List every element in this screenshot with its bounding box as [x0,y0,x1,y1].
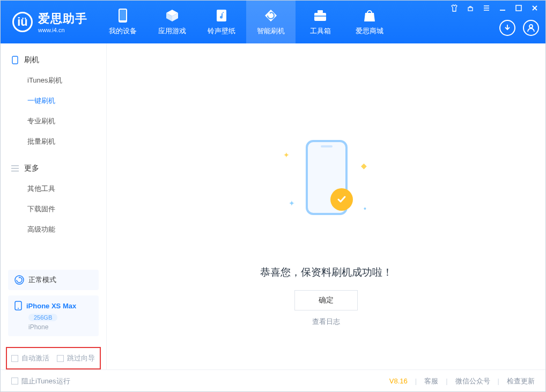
wechat-link[interactable]: 微信公众号 [455,376,490,386]
nav-label: 工具箱 [310,26,331,36]
nav-flash[interactable]: 智能刷机 [246,1,296,43]
svg-point-12 [18,308,19,309]
menu-icon[interactable] [482,4,491,12]
checkbox-label: 跳过向导 [67,353,95,363]
sidebar-item-download-firmware[interactable]: 下载固件 [1,199,106,219]
checkbox-icon [57,355,64,362]
svg-rect-6 [468,8,473,11]
maximize-icon[interactable] [514,4,523,12]
app-header: iü 爱思助手 www.i4.cn 我的设备 应用游戏 铃声壁纸 智能刷机 工具… [1,1,545,43]
nav-label: 爱思商城 [356,26,383,36]
section-title: 刷机 [24,55,39,65]
sparkle-icon: • [364,204,366,213]
sidebar-item-advanced[interactable]: 高级功能 [1,219,106,240]
svg-rect-7 [516,5,521,11]
sidebar-section-more: 更多 [1,158,106,179]
app-name: 爱思助手 [38,11,87,27]
music-icon [214,8,229,23]
checkbox-label: 自动激活 [21,353,49,363]
check-icon [330,188,353,211]
svg-point-8 [529,25,533,28]
device-block[interactable]: iPhone XS Max 256GB iPhone [8,295,99,336]
app-footer: 阻止iTunes运行 V8.16 | 客服 | 微信公众号 | 检查更新 [1,369,545,392]
update-link[interactable]: 检查更新 [507,376,535,386]
mode-label: 正常模式 [28,275,56,285]
nav-ringtones[interactable]: 铃声壁纸 [197,1,246,43]
bag-icon [362,8,377,23]
svg-rect-5 [314,16,326,17]
skip-guide-checkbox[interactable]: 跳过向导 [57,353,95,363]
success-illustration: ✦ ◆ ✦ • [267,140,385,226]
app-logo: iü 爱思助手 www.i4.cn [1,11,98,33]
sparkle-icon: ✦ [283,151,290,159]
user-button[interactable] [523,20,539,36]
sparkle-icon: ◆ [361,161,367,170]
sidebar-item-oneclick-flash[interactable]: 一键刷机 [1,91,106,111]
sidebar-item-other-tools[interactable]: 其他工具 [1,179,106,199]
nav-my-device[interactable]: 我的设备 [98,1,147,43]
sidebar-item-batch-flash[interactable]: 批量刷机 [1,131,106,152]
highlighted-options: 自动激活 跳过向导 [6,347,101,369]
svg-rect-3 [314,13,326,21]
close-icon[interactable] [530,4,539,12]
nav-label: 我的设备 [109,26,137,36]
briefcase-icon [313,8,328,23]
nav-toolbox[interactable]: 工具箱 [296,1,345,43]
svg-rect-4 [318,10,323,13]
nav-label: 应用游戏 [158,26,186,36]
window-controls [450,4,539,12]
svg-rect-1 [120,10,126,20]
shirt-icon[interactable] [450,4,459,12]
phone-small-icon [14,301,22,310]
section-title: 更多 [24,164,39,173]
sidebar: 刷机 iTunes刷机 一键刷机 专业刷机 批量刷机 更多 其他工具 下载固件 … [1,43,107,369]
confirm-button[interactable]: 确定 [294,290,358,310]
minimize-icon[interactable] [498,4,507,12]
nav-store[interactable]: 爱思商城 [345,1,394,43]
logo-icon: iü [12,12,33,32]
lock-icon[interactable] [466,4,475,12]
phone-icon [11,56,19,64]
auto-activate-checkbox[interactable]: 自动激活 [11,353,49,363]
cube-icon [165,8,180,23]
checkbox-icon [11,355,18,362]
nav-apps[interactable]: 应用游戏 [147,1,197,43]
main-content: ✦ ◆ ✦ • 恭喜您，保资料刷机成功啦！ 确定 查看日志 [107,43,545,369]
download-button[interactable] [499,20,515,36]
view-log-link[interactable]: 查看日志 [107,317,545,327]
svg-rect-9 [12,56,18,64]
block-itunes-checkbox[interactable]: 阻止iTunes运行 [11,376,70,386]
version-label: V8.16 [389,377,408,385]
sync-small-icon [14,275,24,285]
top-nav: 我的设备 应用游戏 铃声壁纸 智能刷机 工具箱 爱思商城 [98,1,394,43]
device-name: iPhone XS Max [26,302,76,310]
nav-label: 智能刷机 [257,26,285,36]
list-icon [11,165,19,172]
nav-label: 铃声壁纸 [208,26,235,36]
sidebar-section-flash: 刷机 [1,50,106,70]
success-message: 恭喜您，保资料刷机成功啦！ [107,265,545,279]
device-icon [115,8,130,23]
sparkle-icon: ✦ [289,199,295,208]
sidebar-item-itunes-flash[interactable]: iTunes刷机 [1,70,106,91]
app-url: www.i4.cn [38,27,87,33]
sync-icon [263,8,278,23]
mode-block[interactable]: 正常模式 [8,270,99,290]
storage-badge: 256GB [28,314,57,321]
checkbox-icon [11,378,18,384]
sidebar-item-pro-flash[interactable]: 专业刷机 [1,111,106,131]
checkbox-label: 阻止iTunes运行 [21,376,70,386]
support-link[interactable]: 客服 [424,376,438,386]
device-type: iPhone [28,323,92,331]
